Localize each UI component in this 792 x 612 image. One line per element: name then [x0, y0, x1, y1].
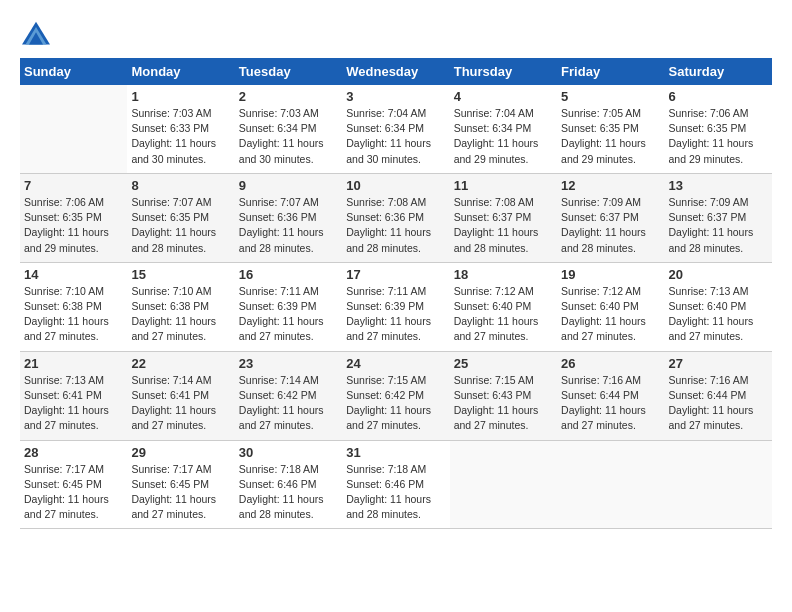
day-info: Sunrise: 7:10 AM Sunset: 6:38 PM Dayligh… [131, 284, 230, 345]
day-number: 12 [561, 178, 660, 193]
day-info: Sunrise: 7:04 AM Sunset: 6:34 PM Dayligh… [454, 106, 553, 167]
day-number: 22 [131, 356, 230, 371]
day-number: 27 [669, 356, 768, 371]
logo [20, 20, 54, 48]
week-row-3: 14Sunrise: 7:10 AM Sunset: 6:38 PM Dayli… [20, 262, 772, 351]
day-cell: 14Sunrise: 7:10 AM Sunset: 6:38 PM Dayli… [20, 262, 127, 351]
day-cell: 25Sunrise: 7:15 AM Sunset: 6:43 PM Dayli… [450, 351, 557, 440]
day-cell: 4Sunrise: 7:04 AM Sunset: 6:34 PM Daylig… [450, 85, 557, 173]
week-row-4: 21Sunrise: 7:13 AM Sunset: 6:41 PM Dayli… [20, 351, 772, 440]
day-number: 26 [561, 356, 660, 371]
day-cell: 26Sunrise: 7:16 AM Sunset: 6:44 PM Dayli… [557, 351, 664, 440]
day-info: Sunrise: 7:12 AM Sunset: 6:40 PM Dayligh… [454, 284, 553, 345]
day-number: 13 [669, 178, 768, 193]
weekday-wednesday: Wednesday [342, 58, 449, 85]
weekday-monday: Monday [127, 58, 234, 85]
day-info: Sunrise: 7:09 AM Sunset: 6:37 PM Dayligh… [561, 195, 660, 256]
logo-icon [20, 20, 52, 48]
day-cell: 5Sunrise: 7:05 AM Sunset: 6:35 PM Daylig… [557, 85, 664, 173]
day-number: 4 [454, 89, 553, 104]
day-info: Sunrise: 7:03 AM Sunset: 6:33 PM Dayligh… [131, 106, 230, 167]
day-cell: 20Sunrise: 7:13 AM Sunset: 6:40 PM Dayli… [665, 262, 772, 351]
day-cell: 10Sunrise: 7:08 AM Sunset: 6:36 PM Dayli… [342, 173, 449, 262]
day-number: 11 [454, 178, 553, 193]
day-number: 31 [346, 445, 445, 460]
day-number: 25 [454, 356, 553, 371]
day-info: Sunrise: 7:11 AM Sunset: 6:39 PM Dayligh… [239, 284, 338, 345]
day-cell [450, 440, 557, 529]
day-info: Sunrise: 7:07 AM Sunset: 6:35 PM Dayligh… [131, 195, 230, 256]
day-cell: 31Sunrise: 7:18 AM Sunset: 6:46 PM Dayli… [342, 440, 449, 529]
day-cell: 13Sunrise: 7:09 AM Sunset: 6:37 PM Dayli… [665, 173, 772, 262]
day-cell: 30Sunrise: 7:18 AM Sunset: 6:46 PM Dayli… [235, 440, 342, 529]
day-info: Sunrise: 7:13 AM Sunset: 6:41 PM Dayligh… [24, 373, 123, 434]
week-row-1: 1Sunrise: 7:03 AM Sunset: 6:33 PM Daylig… [20, 85, 772, 173]
week-row-5: 28Sunrise: 7:17 AM Sunset: 6:45 PM Dayli… [20, 440, 772, 529]
day-info: Sunrise: 7:11 AM Sunset: 6:39 PM Dayligh… [346, 284, 445, 345]
day-cell: 15Sunrise: 7:10 AM Sunset: 6:38 PM Dayli… [127, 262, 234, 351]
day-cell: 16Sunrise: 7:11 AM Sunset: 6:39 PM Dayli… [235, 262, 342, 351]
day-info: Sunrise: 7:06 AM Sunset: 6:35 PM Dayligh… [24, 195, 123, 256]
day-number: 5 [561, 89, 660, 104]
day-info: Sunrise: 7:16 AM Sunset: 6:44 PM Dayligh… [669, 373, 768, 434]
day-info: Sunrise: 7:06 AM Sunset: 6:35 PM Dayligh… [669, 106, 768, 167]
day-number: 21 [24, 356, 123, 371]
day-info: Sunrise: 7:05 AM Sunset: 6:35 PM Dayligh… [561, 106, 660, 167]
day-number: 30 [239, 445, 338, 460]
day-info: Sunrise: 7:18 AM Sunset: 6:46 PM Dayligh… [239, 462, 338, 523]
day-number: 7 [24, 178, 123, 193]
day-info: Sunrise: 7:08 AM Sunset: 6:37 PM Dayligh… [454, 195, 553, 256]
day-info: Sunrise: 7:16 AM Sunset: 6:44 PM Dayligh… [561, 373, 660, 434]
day-cell: 6Sunrise: 7:06 AM Sunset: 6:35 PM Daylig… [665, 85, 772, 173]
day-cell: 29Sunrise: 7:17 AM Sunset: 6:45 PM Dayli… [127, 440, 234, 529]
day-info: Sunrise: 7:03 AM Sunset: 6:34 PM Dayligh… [239, 106, 338, 167]
day-info: Sunrise: 7:10 AM Sunset: 6:38 PM Dayligh… [24, 284, 123, 345]
day-cell: 24Sunrise: 7:15 AM Sunset: 6:42 PM Dayli… [342, 351, 449, 440]
day-cell: 22Sunrise: 7:14 AM Sunset: 6:41 PM Dayli… [127, 351, 234, 440]
day-number: 20 [669, 267, 768, 282]
calendar-body: 1Sunrise: 7:03 AM Sunset: 6:33 PM Daylig… [20, 85, 772, 529]
day-info: Sunrise: 7:14 AM Sunset: 6:42 PM Dayligh… [239, 373, 338, 434]
week-row-2: 7Sunrise: 7:06 AM Sunset: 6:35 PM Daylig… [20, 173, 772, 262]
day-info: Sunrise: 7:17 AM Sunset: 6:45 PM Dayligh… [131, 462, 230, 523]
day-cell: 19Sunrise: 7:12 AM Sunset: 6:40 PM Dayli… [557, 262, 664, 351]
day-number: 3 [346, 89, 445, 104]
day-info: Sunrise: 7:12 AM Sunset: 6:40 PM Dayligh… [561, 284, 660, 345]
day-info: Sunrise: 7:13 AM Sunset: 6:40 PM Dayligh… [669, 284, 768, 345]
day-info: Sunrise: 7:15 AM Sunset: 6:42 PM Dayligh… [346, 373, 445, 434]
day-number: 1 [131, 89, 230, 104]
day-cell [665, 440, 772, 529]
day-cell: 17Sunrise: 7:11 AM Sunset: 6:39 PM Dayli… [342, 262, 449, 351]
day-cell: 23Sunrise: 7:14 AM Sunset: 6:42 PM Dayli… [235, 351, 342, 440]
day-info: Sunrise: 7:14 AM Sunset: 6:41 PM Dayligh… [131, 373, 230, 434]
day-number: 16 [239, 267, 338, 282]
day-number: 15 [131, 267, 230, 282]
weekday-header-row: SundayMondayTuesdayWednesdayThursdayFrid… [20, 58, 772, 85]
day-cell: 21Sunrise: 7:13 AM Sunset: 6:41 PM Dayli… [20, 351, 127, 440]
day-number: 29 [131, 445, 230, 460]
day-cell: 27Sunrise: 7:16 AM Sunset: 6:44 PM Dayli… [665, 351, 772, 440]
day-cell [20, 85, 127, 173]
weekday-tuesday: Tuesday [235, 58, 342, 85]
day-info: Sunrise: 7:09 AM Sunset: 6:37 PM Dayligh… [669, 195, 768, 256]
day-info: Sunrise: 7:07 AM Sunset: 6:36 PM Dayligh… [239, 195, 338, 256]
day-number: 17 [346, 267, 445, 282]
day-cell: 28Sunrise: 7:17 AM Sunset: 6:45 PM Dayli… [20, 440, 127, 529]
page-header [20, 20, 772, 48]
calendar-table: SundayMondayTuesdayWednesdayThursdayFrid… [20, 58, 772, 529]
day-info: Sunrise: 7:08 AM Sunset: 6:36 PM Dayligh… [346, 195, 445, 256]
day-cell: 18Sunrise: 7:12 AM Sunset: 6:40 PM Dayli… [450, 262, 557, 351]
weekday-friday: Friday [557, 58, 664, 85]
day-number: 8 [131, 178, 230, 193]
day-cell: 12Sunrise: 7:09 AM Sunset: 6:37 PM Dayli… [557, 173, 664, 262]
day-info: Sunrise: 7:15 AM Sunset: 6:43 PM Dayligh… [454, 373, 553, 434]
day-cell: 1Sunrise: 7:03 AM Sunset: 6:33 PM Daylig… [127, 85, 234, 173]
weekday-sunday: Sunday [20, 58, 127, 85]
day-cell: 8Sunrise: 7:07 AM Sunset: 6:35 PM Daylig… [127, 173, 234, 262]
day-cell [557, 440, 664, 529]
day-number: 9 [239, 178, 338, 193]
day-info: Sunrise: 7:04 AM Sunset: 6:34 PM Dayligh… [346, 106, 445, 167]
weekday-saturday: Saturday [665, 58, 772, 85]
day-number: 24 [346, 356, 445, 371]
day-number: 23 [239, 356, 338, 371]
